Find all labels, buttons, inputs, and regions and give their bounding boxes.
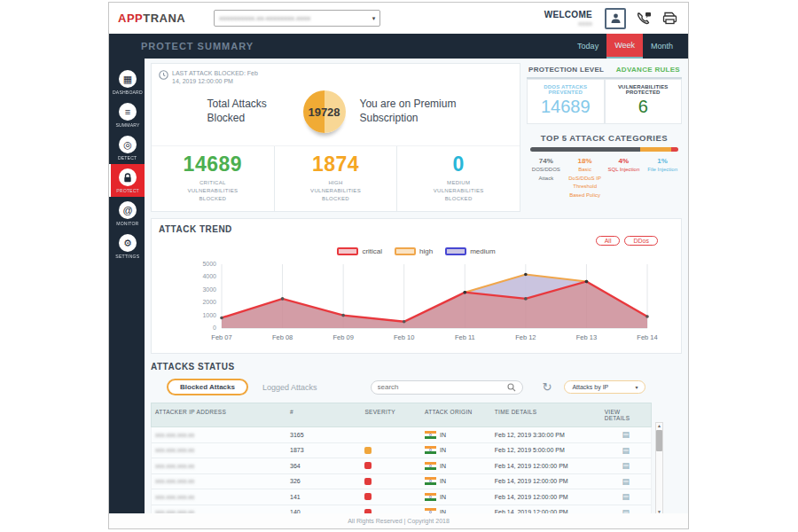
sidebar-item-dashboard[interactable]: ▦DASHBOARD xyxy=(109,66,145,98)
site-dropdown[interactable]: xxxxxxxxxx.xx-xxxxxxxx.xxxx ▾ xyxy=(214,10,380,27)
blocked-attacks-tab[interactable]: Blocked Attacks xyxy=(167,379,248,395)
vulnerability-stats: 14689CRITICALVULNERABILITIESBLOCKED1874H… xyxy=(152,145,520,211)
count-cell: 1873 xyxy=(286,447,361,453)
phone-icon xyxy=(637,12,652,26)
svg-text:2000: 2000 xyxy=(202,299,216,305)
svg-text:0: 0 xyxy=(213,325,216,331)
logged-attacks-tab[interactable]: Logged Attacks xyxy=(262,383,317,392)
category-bar-segment xyxy=(530,147,640,152)
protection-level-tab[interactable]: PROTECTION LEVEL xyxy=(528,66,604,74)
stat-label: MEDIUMVULNERABILITIESBLOCKED xyxy=(397,179,520,203)
table-scrollbar[interactable]: ▲ ▼ xyxy=(655,422,663,513)
table-row[interactable]: xxx.xxx.xxx.xx364INFeb 14, 2019 12:00:00… xyxy=(152,458,651,474)
stat-high: 1874HIGHVULNERABILITIESBLOCKED xyxy=(274,146,397,211)
scrollbar-thumb[interactable] xyxy=(656,430,662,451)
view-details-icon[interactable]: ▤ xyxy=(622,492,630,501)
legend-item-critical: critical xyxy=(337,247,382,255)
table-header-cell: TIME DETAILS xyxy=(491,403,601,426)
table-row[interactable]: xxx.xxx.xxx.xx3165INFeb 12, 2019 3:30:00… xyxy=(152,427,651,443)
count-cell: 326 xyxy=(286,478,361,484)
sidebar-item-monitor[interactable]: @MONITOR xyxy=(109,197,145,230)
severity-badge xyxy=(364,462,372,469)
attacks-table: ATTACKER IP ADDRESS#SEVERITYATTACK ORIGI… xyxy=(151,403,652,513)
attacker-ip-cell: xxx.xxx.xxx.xx xyxy=(152,509,286,513)
protection-box-value: 6 xyxy=(607,97,680,117)
category-label: File Injection xyxy=(645,166,680,175)
attack-origin-cell: IN xyxy=(421,446,491,454)
category-item: 74%DOS/DDOS Attack xyxy=(527,157,566,200)
welcome-block: WELCOME xxxx xyxy=(544,10,592,27)
masked-ip: xxx.xxx.xxx.xx xyxy=(155,478,194,484)
attacks-status-section: ATTACKS STATUS Blocked Attacks Logged At… xyxy=(151,362,682,513)
chart-button-all[interactable]: All xyxy=(596,236,621,246)
view-details-icon[interactable]: ▤ xyxy=(622,446,630,455)
trend-chart-svg: 010002000300040005000Feb 07Feb 08Feb 09F… xyxy=(168,255,665,348)
country-code: IN xyxy=(440,432,446,438)
sidebar-item-summary[interactable]: ≡SUMMARY xyxy=(109,98,145,131)
sidebar-item-protect[interactable]: PROTECT xyxy=(109,164,145,197)
table-row[interactable]: xxx.xxx.xxx.xx326INFeb 14, 2019 12:00:00… xyxy=(152,474,651,490)
category-item: 18%Basic DoS/DDoS IP Threshold Based Pol… xyxy=(566,157,605,200)
view-details-cell: ▤ xyxy=(601,492,651,501)
profile-button[interactable] xyxy=(605,8,626,29)
view-details-icon[interactable]: ▤ xyxy=(622,477,630,486)
range-tab-today[interactable]: Today xyxy=(569,34,606,59)
attacks-by-ip-dropdown[interactable]: Attacks by IP ▾ xyxy=(564,380,645,394)
category-pct: 74% xyxy=(528,157,564,165)
view-details-icon[interactable]: ▤ xyxy=(622,508,630,513)
search-input[interactable] xyxy=(378,383,507,391)
attacker-ip-cell: xxx.xxx.xxx.xx xyxy=(152,478,286,484)
attack-origin-cell: IN xyxy=(421,431,491,439)
last-attack-label: LAST ATTACK BLOCKED: xyxy=(172,70,246,76)
category-label: DOS/DDOS Attack xyxy=(528,166,564,183)
advance-rules-tab[interactable]: ADVANCE RULES xyxy=(616,66,680,74)
range-tab-week[interactable]: Week xyxy=(606,34,643,59)
search-box[interactable] xyxy=(371,380,523,395)
attacks-status-title: ATTACKS STATUS xyxy=(151,362,682,372)
attacker-ip-cell: xxx.xxx.xxx.xx xyxy=(152,432,286,438)
sidebar-item-detect[interactable]: ◎DETECT xyxy=(109,131,145,164)
sidebar-item-label: DASHBOARD xyxy=(113,90,143,94)
table-row[interactable]: xxx.xxx.xxx.xx140INFeb 14, 2019 12:00:00… xyxy=(152,505,651,514)
legend-label: high xyxy=(419,247,433,255)
chart-filter-buttons: AllDDos xyxy=(159,236,658,246)
svg-text:Feb 12: Feb 12 xyxy=(515,333,536,341)
time-details-cell: Feb 14, 2019 12:00:00 PM xyxy=(491,509,601,513)
refresh-icon[interactable]: ↻ xyxy=(543,380,552,394)
last-attack-blocked: LAST ATTACK BLOCKED: Feb 14, 2019 12:00:… xyxy=(159,69,263,86)
chart-button-ddos[interactable]: DDos xyxy=(624,236,658,246)
scroll-up-icon[interactable]: ▲ xyxy=(657,423,661,428)
severity-badge xyxy=(364,447,372,454)
category-pct: 4% xyxy=(606,157,642,165)
country-code: IN xyxy=(440,509,446,513)
main-content: LAST ATTACK BLOCKED: Feb 14, 2019 12:00:… xyxy=(145,59,688,513)
logo-app: APP xyxy=(118,12,143,25)
protection-box: VULNERABILITIES PROTECTED6 xyxy=(605,79,683,124)
support-button[interactable] xyxy=(637,12,652,26)
svg-text:Feb 09: Feb 09 xyxy=(332,333,353,341)
sidebar-item-settings[interactable]: ⚙SETTINGS xyxy=(109,230,145,262)
person-icon xyxy=(610,12,622,24)
range-tab-month[interactable]: Month xyxy=(643,34,681,59)
attacker-ip-cell: xxx.xxx.xxx.xx xyxy=(152,463,286,469)
chevron-down-icon: ▾ xyxy=(372,15,376,22)
table-header: ATTACKER IP ADDRESS#SEVERITYATTACK ORIGI… xyxy=(151,403,652,427)
svg-text:Feb 11: Feb 11 xyxy=(454,333,474,341)
table-row[interactable]: xxx.xxx.xxx.xx1873INFeb 12, 2019 5:00:00… xyxy=(152,443,651,459)
count-cell: 140 xyxy=(286,509,361,513)
scroll-down-icon[interactable]: ▼ xyxy=(657,509,661,513)
page-title: PROTECT SUMMARY xyxy=(141,41,254,51)
view-details-icon[interactable]: ▤ xyxy=(622,430,630,439)
stat-value: 14689 xyxy=(152,153,274,176)
table-body: xxx.xxx.xxx.xx3165INFeb 12, 2019 3:30:00… xyxy=(151,427,652,513)
reports-button[interactable] xyxy=(662,12,677,25)
date-range-tabs: TodayWeekMonth xyxy=(569,34,681,59)
severity-cell xyxy=(361,462,421,469)
table-row[interactable]: xxx.xxx.xxx.xx141INFeb 14, 2019 12:00:00… xyxy=(152,489,651,505)
stat-value: 0 xyxy=(397,153,520,176)
category-pct: 1% xyxy=(645,157,680,165)
dashboard-icon: ▦ xyxy=(119,70,137,88)
protection-box-value: 14689 xyxy=(529,97,602,117)
view-details-icon[interactable]: ▤ xyxy=(622,461,630,470)
view-details-cell: ▤ xyxy=(601,508,651,513)
